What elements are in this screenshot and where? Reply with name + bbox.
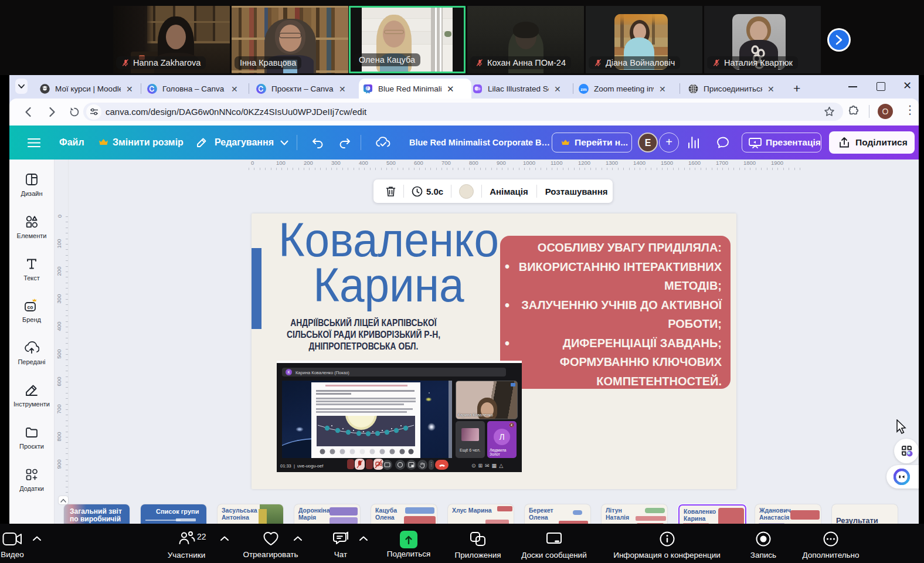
svg-text:zm: zm <box>580 87 587 92</box>
svg-text:co: co <box>28 304 33 310</box>
